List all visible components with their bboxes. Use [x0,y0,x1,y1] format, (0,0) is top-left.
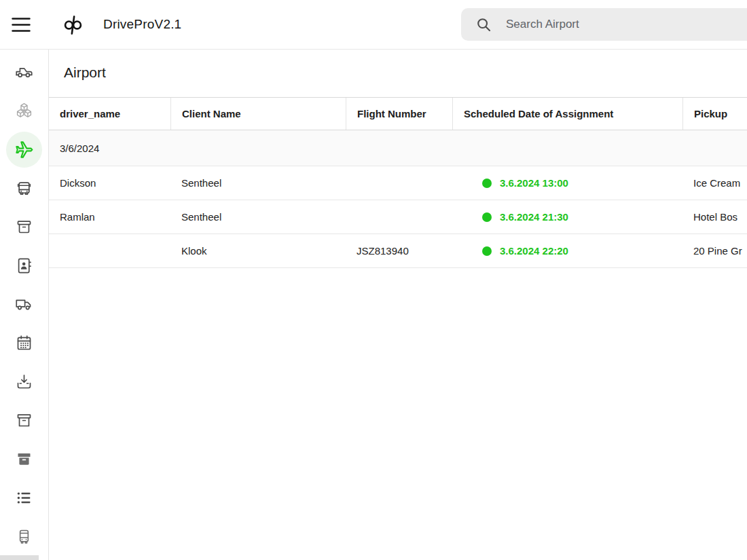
delivery-truck-icon [15,295,33,314]
active-item-highlight [6,132,42,168]
search-input[interactable] [506,18,747,31]
bus-icon [15,179,33,198]
cell-client-name: Sentheel [170,211,346,223]
calendar-icon [15,334,33,352]
column-header-pickup[interactable]: Pickup [682,98,747,130]
airplane-icon [14,140,34,160]
status-dot-icon [482,179,492,188]
bus-front-icon [15,527,33,546]
pickup-truck-icon [15,63,33,81]
column-header-scheduled-date[interactable]: Scheduled Date of Assignment [452,98,682,130]
main-content: Airport driver_name Client Name Flight N… [49,50,747,560]
sidebar-item-bus-front[interactable] [0,521,48,551]
assignments-table: driver_name Client Name Flight Number Sc… [49,97,747,268]
top-app-bar: DriveProV2.1 [0,0,747,50]
table-row[interactable]: Dickson Sentheel 3.6.2024 13:00 Ice Crea… [49,166,747,200]
sidebar-item-delivery-truck[interactable] [0,289,48,319]
cell-driver-name: Dickson [49,177,170,189]
cell-scheduled-date: 3.6.2024 21:30 [452,211,682,223]
table-row[interactable]: Ramlan Sentheel 3.6.2024 21:30 Hotel Bos [49,200,747,234]
date-group-row: 3/6/2024 [49,130,747,166]
scheduled-date-text: 3.6.2024 13:00 [500,177,568,189]
sidebar-item-pickup-truck[interactable] [0,57,48,87]
app-title: DriveProV2.1 [103,17,181,32]
sidebar-item-archive-box-filled[interactable] [0,444,48,474]
archive-box-2-icon [15,411,33,430]
column-header-flight-number[interactable]: Flight Number [346,98,452,130]
scheduled-date-text: 3.6.2024 21:30 [500,211,568,223]
sidebar-item-airport[interactable] [0,134,48,164]
cell-client-name: Klook [170,245,346,257]
date-group-label: 3/6/2024 [60,143,99,154]
cell-scheduled-date: 3.6.2024 13:00 [452,177,682,189]
sidebar-item-cubes[interactable] [0,96,48,126]
horizontal-scrollbar[interactable] [0,555,39,560]
sidebar-item-import-tray[interactable] [0,367,48,396]
status-dot-icon [482,212,492,222]
column-header-client-name[interactable]: Client Name [170,98,346,130]
column-header-driver-name[interactable]: driver_name [49,98,170,130]
page-title: Airport [64,64,106,81]
import-tray-icon [15,373,33,391]
sidebar-item-calendar[interactable] [0,328,48,358]
drivepro-logo-icon [62,14,84,36]
table-row[interactable]: Klook JSZ813940 3.6.2024 22:20 20 Pine G… [49,234,747,268]
cell-scheduled-date: 3.6.2024 22:20 [452,245,682,257]
search-bar[interactable] [461,8,747,41]
archive-box-icon [15,218,33,236]
archive-box-filled-icon [15,450,33,468]
search-icon [475,16,492,33]
sidebar-item-list[interactable] [0,483,48,512]
sidebar-item-address-book[interactable] [0,250,48,280]
table-header-row: driver_name Client Name Flight Number Sc… [49,97,747,130]
cell-pickup: Ice Cream [682,177,747,189]
cell-pickup: 20 Pine Gr [682,245,747,257]
status-dot-icon [482,246,492,256]
cubes-icon [15,102,33,120]
cell-client-name: Sentheel [170,177,346,189]
scheduled-date-text: 3.6.2024 22:20 [500,245,568,257]
sidebar-item-bus[interactable] [0,173,48,203]
address-book-icon [15,257,33,275]
cell-pickup: Hotel Bos [682,211,747,223]
sidebar-item-archive-box[interactable] [0,212,48,242]
list-icon [15,489,33,507]
sidebar-item-archive-box-2[interactable] [0,405,48,435]
hamburger-menu-icon[interactable] [12,16,31,33]
cell-flight-number: JSZ813940 [346,245,452,257]
sidebar-nav [0,50,49,560]
cell-driver-name: Ramlan [49,211,170,223]
